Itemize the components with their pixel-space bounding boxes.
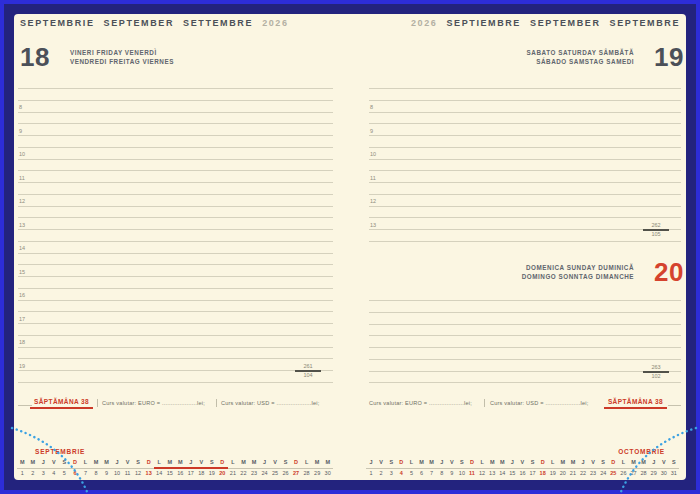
day-number: 11	[469, 470, 475, 477]
schedule-line[interactable]	[18, 112, 333, 113]
day-number: 27	[293, 470, 299, 477]
currency-euro-field[interactable]: Curs valutar: EURO = ...................…	[102, 400, 205, 406]
schedule-line[interactable]	[369, 112, 681, 113]
week-number-badge: SĂPTĂMÂNA 38	[604, 398, 667, 409]
schedule-line[interactable]	[18, 182, 333, 183]
hour-label: 14	[19, 245, 25, 252]
hour-label: 12	[370, 198, 376, 205]
month-header-left: SEPTEMBRIE SEPTEMBER SETTEMBRE 2026	[20, 18, 289, 28]
schedule-line[interactable]	[18, 358, 333, 359]
schedule-line[interactable]	[18, 288, 333, 289]
schedule-line[interactable]	[369, 359, 681, 360]
schedule-line[interactable]	[18, 241, 333, 242]
schedule-line[interactable]	[18, 276, 333, 277]
schedule-line[interactable]	[18, 264, 333, 265]
hour-label: 13	[370, 222, 376, 229]
day-number: 21	[230, 470, 236, 477]
day-names: SABATO SATURDAY SÂMBĂTĂ SÁBADO SAMSTAG S…	[527, 49, 634, 69]
schedule-line[interactable]	[369, 100, 681, 101]
schedule-line[interactable]	[18, 206, 333, 207]
schedule-line[interactable]	[369, 347, 681, 348]
schedule-line[interactable]	[369, 123, 681, 124]
schedule-line[interactable]	[18, 159, 333, 160]
hour-label: 19	[19, 363, 25, 370]
schedule-line[interactable]	[369, 217, 681, 218]
schedule-line[interactable]	[18, 123, 333, 124]
day-number: 30	[325, 470, 331, 477]
day-number: 21	[570, 470, 576, 477]
day-header-saturday-19: SABATO SATURDAY SÂMBĂTĂ SÁBADO SAMSTAG S…	[527, 45, 684, 69]
day-number: 23	[251, 470, 257, 477]
day-of-year: 261	[295, 363, 321, 370]
day-number: 14	[156, 470, 162, 477]
schedule-line[interactable]	[18, 217, 333, 218]
day-names-line2: VENDREDI FREITAG VIERNES	[70, 58, 174, 67]
schedule-line[interactable]	[369, 88, 681, 89]
schedule-line[interactable]	[369, 159, 681, 160]
schedule-line[interactable]	[18, 347, 333, 348]
hour-label: 8	[370, 104, 373, 111]
hour-label: 11	[370, 175, 376, 182]
schedule-line[interactable]	[18, 170, 333, 171]
day-number: 5	[410, 470, 413, 477]
diary-cover-border: SEPTEMBRIE SEPTEMBER SETTEMBRE 2026 2026…	[0, 0, 700, 494]
schedule-line[interactable]	[18, 194, 333, 195]
schedule-line[interactable]	[369, 312, 681, 313]
current-week-underline	[154, 467, 228, 469]
diary-page-spread: SEPTEMBRIE SEPTEMBER SETTEMBRE 2026 2026…	[14, 14, 686, 480]
day-number: 9	[450, 470, 453, 477]
schedule-line[interactable]	[369, 382, 681, 383]
schedule-line[interactable]	[18, 335, 333, 336]
day-number: 8	[440, 470, 443, 477]
day-number: 25	[272, 470, 278, 477]
schedule-line[interactable]	[369, 182, 681, 183]
week-info-row-left: SĂPTĂMÂNA 38 Curs valutar: EURO = ......…	[18, 398, 333, 410]
schedule-line[interactable]	[18, 147, 333, 148]
schedule-line[interactable]	[369, 206, 681, 207]
schedule-line[interactable]	[18, 88, 333, 89]
day-names-line2: DOMINGO SONNTAG DIMANCHE	[522, 273, 634, 282]
dotted-corner-ornament-left	[6, 420, 124, 494]
schedule-line[interactable]	[369, 300, 681, 301]
day-names-line1: VINERI FRIDAY VENERDÌ	[70, 49, 174, 58]
schedule-line[interactable]	[369, 229, 681, 230]
hour-label: 12	[19, 198, 25, 205]
schedule-line[interactable]	[18, 229, 333, 230]
schedule-line[interactable]	[369, 324, 681, 325]
schedule-line[interactable]	[369, 147, 681, 148]
month-names-label: SEPTEMBRIE SEPTEMBER SETTEMBRE	[20, 18, 253, 28]
schedule-line[interactable]	[18, 382, 333, 383]
day-counter-sunday: 263 102	[643, 364, 669, 380]
hour-label: 13	[19, 222, 25, 229]
hour-label: 15	[19, 269, 25, 276]
schedule-line[interactable]	[18, 135, 333, 136]
schedule-line[interactable]	[369, 371, 681, 372]
schedule-line[interactable]	[369, 170, 681, 171]
schedule-line[interactable]	[369, 241, 681, 242]
schedule-line[interactable]	[18, 323, 333, 324]
schedule-line[interactable]	[18, 253, 333, 254]
schedule-line[interactable]	[18, 311, 333, 312]
days-remaining: 102	[643, 373, 669, 380]
hour-label: 8	[19, 104, 22, 111]
schedule-line[interactable]	[18, 300, 333, 301]
day-number: 26	[282, 470, 288, 477]
day-number: 20	[219, 470, 225, 477]
schedule-line[interactable]	[369, 135, 681, 136]
day-number: 1	[370, 470, 373, 477]
schedule-line[interactable]	[18, 370, 333, 371]
day-header-friday-18: 18 VINERI FRIDAY VENERDÌ VENDREDI FREITA…	[20, 45, 174, 69]
day-number: 20	[654, 260, 684, 284]
hour-label: 9	[19, 128, 22, 135]
currency-usd-field[interactable]: Curs valutar: USD = ....................…	[221, 400, 319, 406]
day-number: 12	[135, 470, 141, 477]
month-header-right: 2026 SEPTIEMBRE SEPTEMBER SEPTEMBRE	[411, 18, 680, 28]
currency-usd-field[interactable]: Curs valutar: USD = ....................…	[490, 400, 588, 406]
day-number: 22	[240, 470, 246, 477]
day-number: 19	[550, 470, 556, 477]
schedule-line[interactable]	[369, 194, 681, 195]
currency-euro-field[interactable]: Curs valutar: EURO = ...................…	[369, 400, 472, 406]
schedule-line[interactable]	[369, 335, 681, 336]
schedule-line[interactable]	[18, 100, 333, 101]
day-of-year: 262	[643, 222, 669, 229]
